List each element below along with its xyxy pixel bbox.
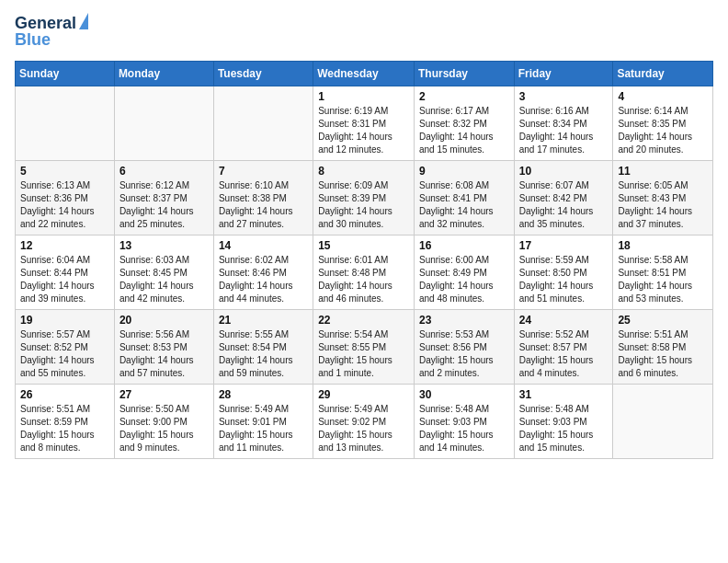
calendar-cell: 19Sunrise: 5:57 AM Sunset: 8:52 PM Dayli… (16, 309, 115, 384)
header-day-tuesday: Tuesday (213, 61, 313, 86)
calendar-cell: 25Sunrise: 5:51 AM Sunset: 8:58 PM Dayli… (613, 309, 713, 384)
day-number: 4 (618, 90, 708, 103)
calendar-cell: 16Sunrise: 6:00 AM Sunset: 8:49 PM Dayli… (414, 235, 514, 309)
calendar-cell: 2Sunrise: 6:17 AM Sunset: 8:32 PM Daylig… (414, 86, 514, 160)
calendar-cell: 15Sunrise: 6:01 AM Sunset: 8:48 PM Dayli… (313, 235, 415, 309)
cell-content: Sunrise: 6:04 AM Sunset: 8:44 PM Dayligh… (20, 254, 109, 305)
cell-content: Sunrise: 5:51 AM Sunset: 8:58 PM Dayligh… (618, 328, 708, 380)
cell-content: Sunrise: 6:16 AM Sunset: 8:34 PM Dayligh… (519, 105, 609, 156)
cell-content: Sunrise: 6:00 AM Sunset: 8:49 PM Dayligh… (419, 254, 509, 305)
header-day-monday: Monday (114, 61, 213, 86)
calendar-cell: 20Sunrise: 5:56 AM Sunset: 8:53 PM Dayli… (114, 309, 213, 384)
cell-content: Sunrise: 5:52 AM Sunset: 8:57 PM Dayligh… (519, 328, 609, 380)
cell-content: Sunrise: 5:58 AM Sunset: 8:51 PM Dayligh… (618, 254, 708, 305)
cell-content: Sunrise: 5:54 AM Sunset: 8:55 PM Dayligh… (318, 328, 409, 380)
cell-content: Sunrise: 6:10 AM Sunset: 8:38 PM Dayligh… (219, 179, 308, 231)
cell-content: Sunrise: 5:56 AM Sunset: 8:53 PM Dayligh… (119, 328, 209, 380)
day-number: 12 (20, 239, 109, 252)
day-number: 7 (219, 165, 308, 178)
day-number: 10 (519, 165, 609, 178)
calendar-cell: 5Sunrise: 6:13 AM Sunset: 8:36 PM Daylig… (16, 160, 115, 235)
day-number: 25 (618, 314, 708, 327)
calendar-cell: 1Sunrise: 6:19 AM Sunset: 8:31 PM Daylig… (313, 86, 415, 160)
day-number: 19 (20, 314, 109, 327)
header-day-friday: Friday (514, 61, 613, 86)
calendar-body: 1Sunrise: 6:19 AM Sunset: 8:31 PM Daylig… (16, 86, 713, 458)
calendar-cell (16, 86, 115, 160)
day-number: 13 (119, 239, 209, 252)
cell-content: Sunrise: 6:08 AM Sunset: 8:41 PM Dayligh… (419, 179, 509, 231)
calendar-cell: 26Sunrise: 5:51 AM Sunset: 8:59 PM Dayli… (16, 384, 115, 458)
calendar-cell: 28Sunrise: 5:49 AM Sunset: 9:01 PM Dayli… (213, 384, 313, 458)
calendar-cell: 30Sunrise: 5:48 AM Sunset: 9:03 PM Dayli… (414, 384, 514, 458)
week-row-4: 19Sunrise: 5:57 AM Sunset: 8:52 PM Dayli… (16, 309, 713, 384)
calendar-cell (114, 86, 213, 160)
calendar-cell: 9Sunrise: 6:08 AM Sunset: 8:41 PM Daylig… (414, 160, 514, 235)
calendar-cell (213, 86, 313, 160)
day-number: 9 (419, 165, 509, 178)
day-number: 8 (318, 165, 409, 178)
day-number: 29 (318, 388, 409, 401)
cell-content: Sunrise: 5:48 AM Sunset: 9:03 PM Dayligh… (419, 403, 509, 454)
day-number: 2 (419, 90, 509, 103)
day-number: 17 (519, 239, 609, 252)
calendar-cell: 23Sunrise: 5:53 AM Sunset: 8:56 PM Dayli… (414, 309, 514, 384)
header-day-thursday: Thursday (414, 61, 514, 86)
cell-content: Sunrise: 6:02 AM Sunset: 8:46 PM Dayligh… (219, 254, 308, 305)
calendar-cell: 7Sunrise: 6:10 AM Sunset: 8:38 PM Daylig… (213, 160, 313, 235)
cell-content: Sunrise: 6:14 AM Sunset: 8:35 PM Dayligh… (618, 105, 708, 156)
cell-content: Sunrise: 5:50 AM Sunset: 9:00 PM Dayligh… (119, 403, 209, 454)
header-day-wednesday: Wednesday (313, 61, 415, 86)
day-number: 22 (318, 314, 409, 327)
cell-content: Sunrise: 6:07 AM Sunset: 8:42 PM Dayligh… (519, 179, 609, 231)
calendar-table: SundayMondayTuesdayWednesdayThursdayFrid… (15, 61, 713, 459)
day-number: 3 (519, 90, 609, 103)
day-number: 5 (20, 165, 109, 178)
cell-content: Sunrise: 6:17 AM Sunset: 8:32 PM Dayligh… (419, 105, 509, 156)
cell-content: Sunrise: 6:19 AM Sunset: 8:31 PM Dayligh… (318, 105, 409, 156)
day-number: 30 (419, 388, 509, 401)
day-number: 6 (119, 165, 209, 178)
day-number: 23 (419, 314, 509, 327)
logo: General Blue (15, 15, 88, 50)
day-number: 15 (318, 239, 409, 252)
cell-content: Sunrise: 6:03 AM Sunset: 8:45 PM Dayligh… (119, 254, 209, 305)
cell-content: Sunrise: 6:12 AM Sunset: 8:37 PM Dayligh… (119, 179, 209, 231)
calendar-cell: 29Sunrise: 5:49 AM Sunset: 9:02 PM Dayli… (313, 384, 415, 458)
calendar-cell: 12Sunrise: 6:04 AM Sunset: 8:44 PM Dayli… (16, 235, 115, 309)
calendar-cell: 6Sunrise: 6:12 AM Sunset: 8:37 PM Daylig… (114, 160, 213, 235)
header-day-saturday: Saturday (613, 61, 713, 86)
week-row-5: 26Sunrise: 5:51 AM Sunset: 8:59 PM Dayli… (16, 384, 713, 458)
calendar-cell: 22Sunrise: 5:54 AM Sunset: 8:55 PM Dayli… (313, 309, 415, 384)
header-row: SundayMondayTuesdayWednesdayThursdayFrid… (16, 61, 713, 86)
calendar-cell: 3Sunrise: 6:16 AM Sunset: 8:34 PM Daylig… (514, 86, 613, 160)
calendar-cell: 13Sunrise: 6:03 AM Sunset: 8:45 PM Dayli… (114, 235, 213, 309)
calendar-cell: 8Sunrise: 6:09 AM Sunset: 8:39 PM Daylig… (313, 160, 415, 235)
cell-content: Sunrise: 6:05 AM Sunset: 8:43 PM Dayligh… (618, 179, 708, 231)
logo-text-blue: Blue (15, 31, 51, 50)
calendar-cell: 18Sunrise: 5:58 AM Sunset: 8:51 PM Dayli… (613, 235, 713, 309)
day-number: 26 (20, 388, 109, 401)
cell-content: Sunrise: 5:49 AM Sunset: 9:02 PM Dayligh… (318, 403, 409, 454)
cell-content: Sunrise: 6:09 AM Sunset: 8:39 PM Dayligh… (318, 179, 409, 231)
day-number: 16 (419, 239, 509, 252)
logo-icon (79, 13, 88, 29)
calendar-cell (613, 384, 713, 458)
cell-content: Sunrise: 5:55 AM Sunset: 8:54 PM Dayligh… (219, 328, 308, 380)
day-number: 28 (219, 388, 308, 401)
day-number: 21 (219, 314, 308, 327)
cell-content: Sunrise: 5:48 AM Sunset: 9:03 PM Dayligh… (519, 403, 609, 454)
day-number: 31 (519, 388, 609, 401)
week-row-2: 5Sunrise: 6:13 AM Sunset: 8:36 PM Daylig… (16, 160, 713, 235)
cell-content: Sunrise: 5:57 AM Sunset: 8:52 PM Dayligh… (20, 328, 109, 380)
week-row-3: 12Sunrise: 6:04 AM Sunset: 8:44 PM Dayli… (16, 235, 713, 309)
page-header: General Blue (15, 15, 713, 50)
day-number: 24 (519, 314, 609, 327)
calendar-cell: 27Sunrise: 5:50 AM Sunset: 9:00 PM Dayli… (114, 384, 213, 458)
day-number: 18 (618, 239, 708, 252)
calendar-cell: 31Sunrise: 5:48 AM Sunset: 9:03 PM Dayli… (514, 384, 613, 458)
cell-content: Sunrise: 5:53 AM Sunset: 8:56 PM Dayligh… (419, 328, 509, 380)
calendar-cell: 11Sunrise: 6:05 AM Sunset: 8:43 PM Dayli… (613, 160, 713, 235)
calendar-cell: 24Sunrise: 5:52 AM Sunset: 8:57 PM Dayli… (514, 309, 613, 384)
day-number: 27 (119, 388, 209, 401)
